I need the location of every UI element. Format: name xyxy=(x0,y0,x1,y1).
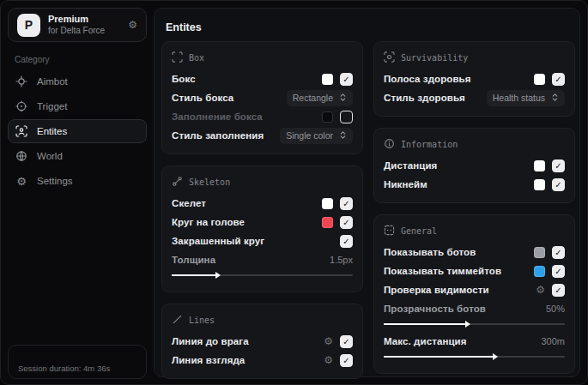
grid-icon xyxy=(384,225,395,238)
bot-opacity-slider[interactable] xyxy=(384,319,565,329)
sidebar-item-label: Settings xyxy=(37,176,73,186)
checkbox[interactable] xyxy=(552,159,565,172)
setting-row: Макс. дистанция 300m xyxy=(384,332,565,351)
checkbox[interactable] xyxy=(552,284,565,297)
sidebar-item-entites[interactable]: Entites xyxy=(8,119,147,143)
section-information: Information Дистанция Никнейм xyxy=(373,128,575,203)
section-title: Lines xyxy=(189,316,215,325)
setting-row: Линия взгляда ⚙ xyxy=(172,351,353,370)
checkbox[interactable] xyxy=(340,354,353,367)
gear-icon[interactable]: ⚙ xyxy=(324,355,333,365)
color-swatch[interactable] xyxy=(322,198,333,209)
crosshair-icon xyxy=(15,75,27,87)
session-duration-card: Session duration: 4m 36s xyxy=(8,345,147,379)
checkbox[interactable] xyxy=(340,216,353,229)
chevron-up-down-icon xyxy=(551,93,559,104)
checkbox[interactable] xyxy=(340,73,353,86)
setting-row: Закрашенный круг xyxy=(172,232,353,250)
section-general: General Показывать ботов Показывать тимм… xyxy=(373,214,575,374)
slider-value: 1.5px xyxy=(330,255,353,265)
checkbox[interactable] xyxy=(552,265,565,278)
setting-row: Заполнение бокса xyxy=(172,107,353,126)
setting-row: Показывать ботов xyxy=(384,243,565,262)
app-window: P Premium for Delta Force ⚙ Category Aim… xyxy=(0,0,588,385)
sidebar-nav: Aimbot Trigget Entites World xyxy=(8,69,147,193)
checkbox[interactable] xyxy=(340,197,353,210)
color-swatch[interactable] xyxy=(322,74,333,85)
globe-icon xyxy=(15,150,27,162)
sidebar-item-trigget[interactable]: Trigget xyxy=(8,94,147,118)
setting-row: Показывать тиммейтов xyxy=(384,262,565,280)
sidebar-item-aimbot[interactable]: Aimbot xyxy=(8,69,147,93)
gear-icon[interactable]: ⚙ xyxy=(536,285,545,295)
page-title: Entites xyxy=(166,21,202,33)
sidebar-item-label: Aimbot xyxy=(37,76,68,87)
section-title: Box xyxy=(189,53,204,63)
color-swatch[interactable] xyxy=(534,160,545,171)
section-box: Box Бокс Стиль бокса Rectangle xyxy=(161,41,363,154)
sidebar-item-label: Trigget xyxy=(37,101,67,111)
setting-row: Дистанция xyxy=(384,156,565,175)
setting-row: Скелет xyxy=(172,194,353,213)
section-title: Information xyxy=(401,140,458,149)
session-duration-label: Session duration: 4m 36s xyxy=(18,364,110,373)
slider-value: 300m xyxy=(541,336,565,346)
target-icon xyxy=(15,100,27,112)
license-card: P Premium for Delta Force ⚙ xyxy=(8,8,147,42)
box-style-dropdown[interactable]: Rectangle xyxy=(287,90,353,106)
app-logo: P xyxy=(17,14,40,37)
setting-row: Полоса здоровья xyxy=(384,69,565,88)
section-skeleton: Skeleton Скелет Круг на голове xyxy=(161,165,363,292)
setting-row: Бокс xyxy=(172,69,353,88)
slider-value: 50% xyxy=(546,304,565,314)
main-panel: Entites Box Бокс xyxy=(154,8,580,377)
gear-icon: ⚙ xyxy=(15,176,27,187)
setting-row: Стиль заполнения Single color xyxy=(172,126,353,145)
app-subtitle: for Delta Force xyxy=(48,26,105,37)
color-swatch[interactable] xyxy=(534,179,545,190)
license-gear-icon[interactable]: ⚙ xyxy=(128,20,137,30)
category-label: Category xyxy=(15,55,147,64)
color-swatch[interactable] xyxy=(322,111,333,123)
app-title: Premium xyxy=(48,14,105,26)
setting-row: Круг на голове xyxy=(172,213,353,232)
sidebar-item-label: World xyxy=(37,151,63,161)
setting-row: Прозрачность ботов 50% xyxy=(384,299,565,318)
chevron-up-down-icon xyxy=(339,130,347,141)
thickness-slider[interactable] xyxy=(172,270,353,280)
color-swatch[interactable] xyxy=(534,247,545,258)
section-title: Skeleton xyxy=(189,177,230,187)
setting-row: Стиль здоровья Health status xyxy=(384,88,565,107)
setting-row: Проверка видимости ⚙ xyxy=(384,280,565,299)
max-distance-slider[interactable] xyxy=(384,352,565,362)
bone-icon xyxy=(172,176,183,189)
checkbox[interactable] xyxy=(340,111,353,123)
section-title: General xyxy=(401,226,437,236)
checkbox[interactable] xyxy=(552,73,565,86)
section-survivability: Survivability Полоса здоровья Стиль здор… xyxy=(373,41,575,117)
checkbox[interactable] xyxy=(552,246,565,259)
sidebar: P Premium for Delta Force ⚙ Category Aim… xyxy=(1,1,154,384)
setting-row: Линия до врага ⚙ xyxy=(172,332,353,351)
setting-row: Стиль бокса Rectangle xyxy=(172,88,353,107)
sidebar-item-world[interactable]: World xyxy=(8,144,147,168)
color-swatch[interactable] xyxy=(534,266,545,277)
checkbox[interactable] xyxy=(340,235,353,248)
fill-style-dropdown[interactable]: Single color xyxy=(280,128,353,144)
sidebar-item-settings[interactable]: ⚙ Settings xyxy=(8,169,147,193)
checkbox[interactable] xyxy=(552,178,565,191)
color-swatch[interactable] xyxy=(534,74,545,85)
checkbox[interactable] xyxy=(340,335,353,348)
gear-icon[interactable]: ⚙ xyxy=(324,336,333,346)
section-title: Survivability xyxy=(401,53,468,63)
health-style-dropdown[interactable]: Health status xyxy=(487,90,565,106)
info-icon xyxy=(384,138,395,151)
color-swatch[interactable] xyxy=(322,217,333,228)
setting-row: Никнейм xyxy=(384,175,565,194)
box-icon xyxy=(172,51,183,64)
setting-row: Толщина 1.5px xyxy=(172,250,353,269)
chevron-up-down-icon xyxy=(339,93,347,104)
section-lines: Lines Линия до врага ⚙ Линия взгляда ⚙ xyxy=(161,304,363,379)
sidebar-item-label: Entites xyxy=(37,126,67,136)
left-column: Box Бокс Стиль бокса Rectangle xyxy=(161,41,363,379)
